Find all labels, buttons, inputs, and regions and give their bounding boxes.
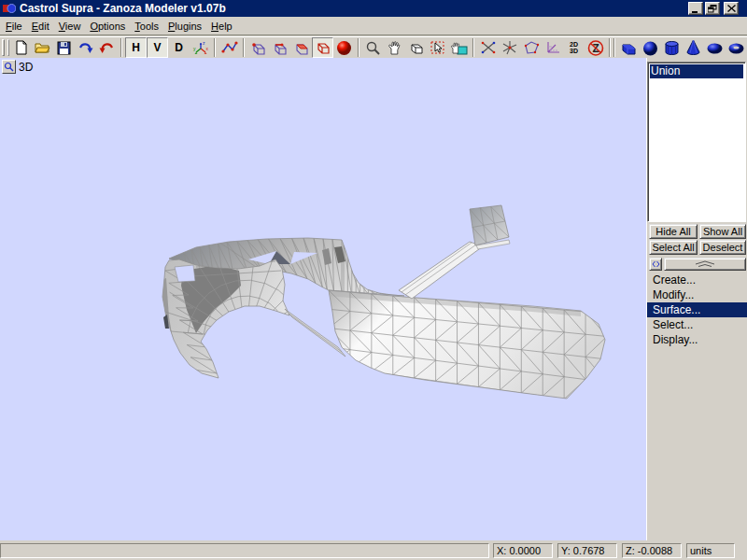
- restore-button[interactable]: [705, 2, 720, 15]
- svg-text:y: y: [193, 46, 196, 51]
- close-button[interactable]: [724, 2, 739, 15]
- svg-text:z: z: [203, 40, 205, 46]
- save-button[interactable]: [53, 37, 75, 58]
- edit-vertices-button[interactable]: [218, 37, 240, 58]
- viewport-maximize-button[interactable]: [2, 60, 16, 74]
- side-panel: Union Hide All Show All Select All Desel…: [646, 58, 747, 540]
- toggle-2d3d-button[interactable]: 2D3D: [563, 37, 585, 58]
- select-button[interactable]: [427, 37, 448, 58]
- deselect-button[interactable]: Deselect: [699, 240, 746, 255]
- view-3d-button[interactable]: [405, 37, 427, 58]
- axes-grid-icon: [544, 40, 561, 55]
- select-mode-vertex-button[interactable]: [269, 37, 290, 58]
- select-arrow-icon: [430, 40, 446, 56]
- sidebar-menu-display[interactable]: Display...: [647, 332, 747, 347]
- chevron-up-icon: [695, 260, 715, 268]
- objects-list[interactable]: Union: [647, 62, 746, 222]
- select-mode-mesh-button[interactable]: [312, 37, 333, 58]
- view-depth-button[interactable]: D: [168, 37, 190, 58]
- status-units: units: [686, 543, 735, 558]
- blue-torus-icon: [727, 39, 745, 56]
- select-mode-face-button[interactable]: [290, 37, 312, 58]
- toolbar-grip[interactable]: [2, 39, 5, 56]
- zoom-button[interactable]: [362, 37, 384, 58]
- panel-collapse-button[interactable]: [649, 258, 662, 271]
- menu-tools[interactable]: Tools: [130, 19, 163, 34]
- save-icon: [57, 41, 71, 55]
- cube-vertex-icon: [272, 40, 289, 56]
- create-ellipsoid-button[interactable]: [704, 37, 726, 58]
- star-vertices-icon: [501, 40, 518, 55]
- create-cube-button[interactable]: [618, 37, 640, 58]
- new-file-icon: [14, 40, 29, 55]
- view-horizontal-button[interactable]: H: [125, 37, 147, 58]
- app-window: Castrol Supra - Zanoza Modeler v1.07b Fi…: [0, 0, 747, 560]
- redo-button[interactable]: [75, 37, 96, 58]
- axes-button[interactable]: z x y: [190, 37, 211, 58]
- toolbar-grip2[interactable]: [7, 39, 10, 56]
- new-file-button[interactable]: [10, 37, 32, 58]
- weld-vertices-button[interactable]: [477, 37, 499, 58]
- car-body-mesh: [0, 58, 646, 540]
- minimize-button[interactable]: [688, 2, 703, 15]
- menu-edit[interactable]: Edit: [27, 19, 54, 34]
- sidebar-menu-modify[interactable]: Modify...: [647, 287, 747, 302]
- open-folder-icon: [35, 40, 50, 55]
- view-vertical-button[interactable]: V: [147, 37, 168, 58]
- create-torus-button[interactable]: [726, 37, 747, 58]
- 2d3d-icon: 2D3D: [570, 41, 578, 54]
- viewport-3d[interactable]: 3D: [0, 58, 646, 540]
- sidebar-menu-surface[interactable]: Surface...: [647, 302, 747, 317]
- menu-help[interactable]: Help: [206, 19, 237, 34]
- show-all-button[interactable]: Show All: [699, 224, 746, 239]
- redo-arrow-icon: [78, 40, 93, 55]
- red-sphere-icon: [336, 40, 352, 56]
- list-item-union[interactable]: Union: [650, 64, 743, 78]
- create-sphere-button[interactable]: [640, 37, 661, 58]
- blue-ellipsoid-icon: [706, 39, 724, 56]
- select-mode-object-button[interactable]: [247, 37, 269, 58]
- local-axes-button[interactable]: [542, 37, 563, 58]
- edit-vertices-icon: [221, 40, 238, 55]
- toolbar: H V D z x y: [0, 36, 747, 58]
- menu-options[interactable]: Options: [85, 19, 130, 34]
- white-cube-icon: [408, 40, 425, 56]
- blue-sphere-icon: [641, 39, 659, 56]
- v-letter: V: [153, 41, 161, 54]
- app-icon: [3, 2, 16, 15]
- hand-icon: [388, 40, 402, 55]
- create-cone-button[interactable]: [683, 37, 704, 58]
- blue-cone-icon: [684, 39, 702, 56]
- create-cylinder-button[interactable]: [661, 37, 683, 58]
- xyz-axes-icon: z x y: [192, 40, 209, 56]
- menu-bar: File Edit View Options Tools Plugins Hel…: [0, 17, 747, 35]
- menu-plugins[interactable]: Plugins: [163, 19, 206, 34]
- open-file-button[interactable]: [32, 37, 53, 58]
- sidebar-menu-select[interactable]: Select...: [647, 317, 747, 332]
- status-x: X: 0.0000: [493, 543, 553, 558]
- menu-view[interactable]: View: [54, 19, 86, 34]
- material-button[interactable]: [333, 37, 355, 58]
- sidebar-menu: Create... Modify... Surface... Select...…: [647, 273, 747, 347]
- cube-face-icon: [293, 40, 310, 56]
- pan-button[interactable]: [384, 37, 405, 58]
- snap-points-button[interactable]: [499, 37, 520, 58]
- menu-file[interactable]: File: [1, 19, 27, 34]
- no-z-button[interactable]: Z: [585, 37, 606, 58]
- viewport-zoom-icon: [4, 62, 14, 72]
- blue-cylinder-icon: [663, 39, 681, 56]
- hide-all-button[interactable]: Hide All: [649, 224, 698, 239]
- blue-cube-icon: [620, 39, 638, 56]
- lasso-select-button[interactable]: [520, 37, 542, 58]
- svg-text:x: x: [205, 46, 208, 51]
- status-z: Z: -0.0088: [622, 543, 682, 558]
- undo-button[interactable]: [96, 37, 118, 58]
- panel-expand-button[interactable]: [664, 258, 746, 271]
- status-message: [0, 543, 489, 558]
- viewport-label: 3D: [19, 61, 33, 74]
- select-all-button[interactable]: Select All: [649, 240, 698, 255]
- status-y: Y: 0.7678: [557, 543, 617, 558]
- magnifier-icon: [365, 40, 381, 56]
- pan-view-button[interactable]: [448, 37, 470, 58]
- sidebar-menu-create[interactable]: Create...: [647, 273, 747, 287]
